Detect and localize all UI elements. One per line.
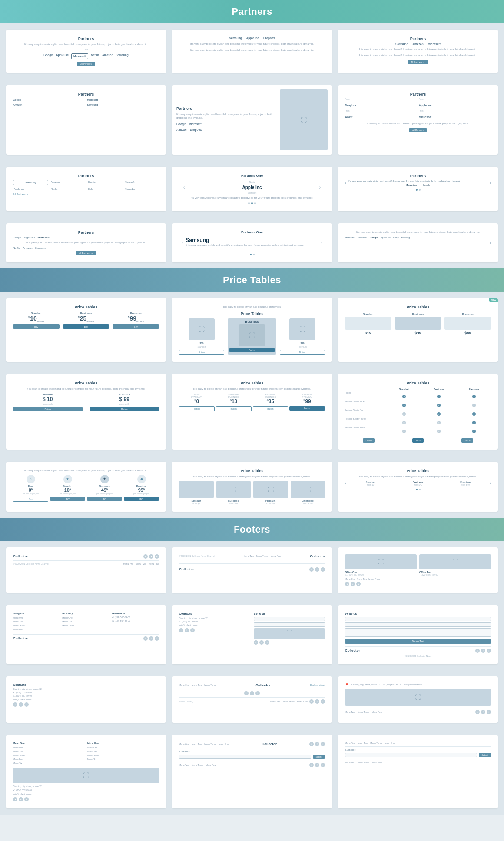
button[interactable]: Button: [179, 350, 224, 355]
facebook-icon[interactable]: f: [250, 691, 254, 695]
social-icon[interactable]: t: [309, 742, 314, 746]
social-icon[interactable]: t: [254, 640, 258, 645]
button[interactable]: Button: [280, 350, 325, 355]
social-icon-2[interactable]: ●: [149, 554, 153, 559]
facebook-icon[interactable]: f: [481, 710, 485, 714]
instagram-icon[interactable]: i: [255, 691, 260, 695]
social-icon[interactable]: f: [259, 640, 264, 645]
all-partners-btn[interactable]: All Partners →: [76, 251, 96, 255]
next-arrow[interactable]: ›: [490, 481, 491, 486]
buy-btn[interactable]: Buy: [63, 324, 109, 329]
email-input[interactable]: [345, 622, 491, 627]
buy-btn[interactable]: Buy: [50, 497, 85, 501]
twitter-icon[interactable]: t: [475, 649, 480, 653]
map-placeholder: [345, 689, 491, 706]
message-input[interactable]: [345, 628, 491, 637]
footer-card-4: Navigation Menu OneMenu TwoMenu ThreeMen…: [6, 605, 166, 664]
footers-grid-row1: Collector ● ● ● ©2020-2021 Collector New…: [0, 541, 504, 599]
instagram-icon[interactable]: i: [321, 763, 325, 767]
button[interactable]: Button: [253, 406, 288, 411]
facebook-icon[interactable]: f: [149, 636, 153, 641]
button[interactable]: Button: [363, 438, 374, 443]
social-icon[interactable]: ●: [351, 582, 355, 586]
plan-business: Business Button: [228, 318, 276, 355]
instagram-icon[interactable]: i: [155, 636, 159, 641]
next-arrow[interactable]: ›: [319, 185, 321, 190]
buy-btn[interactable]: Buy: [13, 324, 60, 329]
social-icon-1[interactable]: ●: [143, 554, 148, 559]
social-icon[interactable]: ●: [345, 582, 349, 586]
footer-card-3: Office One +1 (234) 567-89-00 Office Two…: [338, 547, 498, 593]
facebook-icon[interactable]: f: [315, 567, 319, 572]
price-grid-row2: Price Tables It is easy to create stylis…: [0, 368, 504, 456]
card-title: Partners: [13, 36, 159, 41]
social-icon[interactable]: ●: [13, 702, 17, 707]
prev-arrow[interactable]: ‹: [345, 481, 346, 486]
twitter-icon[interactable]: t: [309, 567, 314, 572]
buy-btn[interactable]: Buy: [113, 324, 159, 329]
twitter-icon[interactable]: t: [143, 636, 148, 641]
all-partners-btn[interactable]: All Partners: [77, 62, 95, 66]
button[interactable]: Button: [412, 438, 424, 443]
all-partners-btn[interactable]: All Partners →: [408, 60, 428, 64]
subscribe-input[interactable]: [345, 753, 477, 757]
button[interactable]: Button: [179, 406, 215, 411]
social-icon[interactable]: f: [315, 699, 319, 704]
social-icon[interactable]: i: [265, 640, 269, 645]
social-icon[interactable]: f: [185, 628, 189, 632]
button[interactable]: Button: [13, 407, 83, 411]
button[interactable]: Button: [461, 438, 473, 443]
price-card-3: NEW Price Tables Standart $19 Business $…: [338, 298, 498, 361]
social-icon[interactable]: ●: [356, 582, 361, 586]
buy-btn[interactable]: Buy: [87, 497, 122, 501]
plan-business: Business $25/month Buy: [63, 312, 109, 329]
instagram-icon[interactable]: i: [487, 649, 491, 653]
social-icon-3[interactable]: ●: [155, 554, 159, 559]
footers-section: Footers Collector ● ● ● ©2020-2021 Colle…: [0, 518, 504, 815]
social-icon[interactable]: f: [315, 742, 319, 746]
next-arrow[interactable]: ›: [490, 181, 491, 185]
social-icon[interactable]: i: [321, 742, 325, 746]
facebook-icon[interactable]: f: [315, 763, 319, 767]
name-input[interactable]: [345, 617, 491, 621]
card-subtitle: It's very easy to create stylish and bea…: [13, 43, 159, 46]
next-arrow[interactable]: ›: [321, 241, 322, 245]
price-section: Price Tables Price Tables Standart $10/m…: [0, 268, 504, 518]
prev-arrow[interactable]: ‹: [345, 181, 346, 185]
subscribe-row: Submit: [179, 755, 325, 759]
footers-grid-row3: Contacts Country, city, street, house 12…: [0, 670, 504, 729]
twitter-icon[interactable]: t: [475, 710, 480, 714]
instagram-icon[interactable]: i: [321, 567, 325, 572]
social-icon[interactable]: ●: [13, 797, 17, 801]
social-icon[interactable]: t: [179, 628, 183, 632]
button-text[interactable]: Button Text: [345, 639, 491, 644]
email-input[interactable]: [254, 622, 325, 627]
social-icon[interactable]: i: [190, 628, 195, 632]
subscribe-btn[interactable]: Submit: [479, 753, 491, 757]
twitter-icon[interactable]: t: [309, 763, 314, 767]
name-input[interactable]: [254, 617, 325, 621]
social-icon[interactable]: ●: [19, 702, 23, 707]
button[interactable]: Button: [216, 406, 252, 411]
plan-premium: Premium $99/month Buy: [113, 312, 159, 329]
plan-standart: $10 Standart Button: [179, 318, 224, 355]
button[interactable]: Button: [229, 348, 275, 352]
subscribe-btn[interactable]: Submit: [313, 755, 325, 759]
social-icon[interactable]: ●: [19, 797, 23, 801]
twitter-icon[interactable]: t: [244, 691, 249, 695]
instagram-icon[interactable]: i: [487, 710, 491, 714]
partners-card-6: Partners From Dropbox From Apple Inc Fro…: [338, 85, 498, 155]
social-icon[interactable]: ●: [24, 797, 29, 801]
buy-btn[interactable]: Buy: [13, 497, 48, 502]
facebook-icon[interactable]: f: [481, 649, 485, 653]
social-icon[interactable]: i: [321, 699, 325, 704]
button[interactable]: Button: [289, 406, 325, 411]
buy-btn[interactable]: Buy: [124, 497, 159, 501]
all-partners-link[interactable]: All Partners →: [13, 193, 159, 195]
social-icon[interactable]: ●: [24, 702, 29, 707]
social-icon[interactable]: t: [309, 699, 314, 704]
button[interactable]: Button: [90, 407, 159, 411]
next-arrow[interactable]: ›: [490, 241, 491, 245]
all-partners-btn[interactable]: All Partners: [409, 128, 427, 132]
subscribe-input[interactable]: [179, 755, 311, 759]
